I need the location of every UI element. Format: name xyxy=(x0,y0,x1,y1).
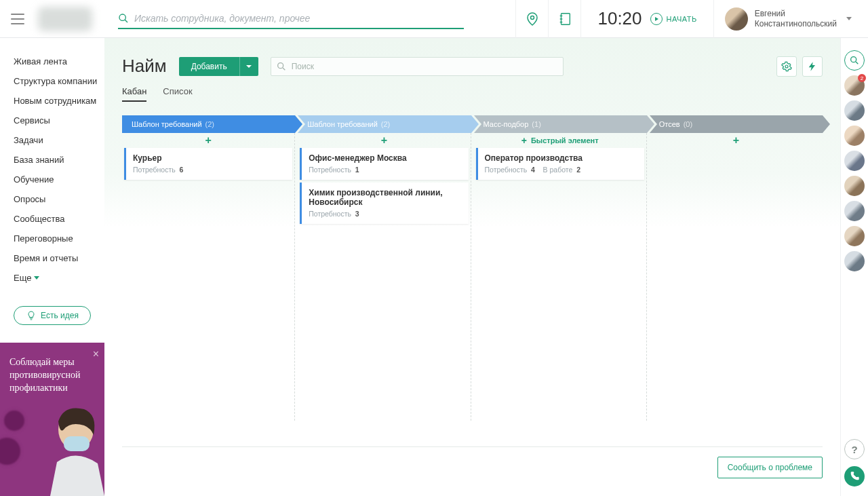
kanban-card[interactable]: Курьер Потребность 6 xyxy=(124,148,292,180)
column-header[interactable]: Отсев(0) xyxy=(650,115,823,133)
sidebar-item-surveys[interactable]: Опросы xyxy=(14,189,102,209)
kanban-card[interactable]: Офис-менеджер Москва Потребность 1 xyxy=(300,148,468,180)
automation-button[interactable] xyxy=(802,56,823,77)
promo-text: Соблюдай меры противовирусной профилакти… xyxy=(0,343,104,395)
kanban-card[interactable]: Химик производственной линии, Новосибирс… xyxy=(300,183,468,224)
sidebar-item-feed[interactable]: Живая лента xyxy=(14,52,102,71)
contact-avatar[interactable] xyxy=(844,100,865,121)
add-card-button[interactable]: + xyxy=(300,134,468,147)
contact-avatar[interactable] xyxy=(844,251,865,271)
promo-banner[interactable]: × Соблюдай меры противовирусной профилак… xyxy=(0,343,104,496)
svg-rect-3 xyxy=(561,13,570,24)
contact-avatar[interactable] xyxy=(844,126,865,146)
sidebar-item-structure[interactable]: Структура компании xyxy=(14,71,102,91)
kanban-search-input[interactable] xyxy=(271,57,564,76)
notebook-icon[interactable] xyxy=(548,0,580,38)
add-card-button[interactable]: + xyxy=(652,134,821,147)
start-label: НАЧАТЬ xyxy=(667,15,697,23)
start-timer-button[interactable]: НАЧАТЬ xyxy=(650,13,697,25)
svg-line-13 xyxy=(856,62,858,64)
sidebar-item-knowledge[interactable]: База знаний xyxy=(14,150,102,170)
search-icon xyxy=(276,61,287,74)
svg-point-11 xyxy=(785,65,788,68)
svg-point-0 xyxy=(119,14,125,20)
call-button[interactable] xyxy=(844,466,865,487)
contact-avatar[interactable] xyxy=(844,201,865,221)
add-card-button[interactable]: + xyxy=(124,134,292,147)
close-icon[interactable]: × xyxy=(93,348,99,360)
logo xyxy=(38,7,92,31)
search-icon xyxy=(118,13,129,26)
page-title: Найм xyxy=(122,56,167,77)
kanban-card[interactable]: Оператор производства Потребность 4 В ра… xyxy=(476,148,644,180)
play-icon xyxy=(650,13,663,25)
add-dropdown[interactable] xyxy=(239,57,258,76)
quick-add-button[interactable]: +Быстрый элемент xyxy=(476,134,644,147)
contact-avatar[interactable]: 2 xyxy=(844,75,865,96)
svg-point-2 xyxy=(530,16,534,19)
notification-badge: 2 xyxy=(858,74,866,82)
settings-button[interactable] xyxy=(776,56,797,77)
promo-image xyxy=(30,401,104,496)
user-menu[interactable]: Евгений Константинопольский xyxy=(713,0,857,38)
menu-toggle[interactable] xyxy=(11,14,24,24)
user-first-name: Евгений xyxy=(755,9,837,19)
avatar xyxy=(725,7,748,31)
chevron-down-icon xyxy=(34,276,39,280)
contact-avatar[interactable] xyxy=(844,226,865,246)
user-last-name: Константинопольский xyxy=(755,19,837,29)
sidebar-item-tasks[interactable]: Задачи xyxy=(14,130,102,150)
column-header[interactable]: Масс-подбор(1) xyxy=(474,115,647,133)
sidebar-item-services[interactable]: Сервисы xyxy=(14,111,102,130)
svg-point-12 xyxy=(851,57,856,62)
sidebar-item-communities[interactable]: Сообщества xyxy=(14,209,102,229)
sidebar-item-rooms[interactable]: Переговорные xyxy=(14,229,102,248)
svg-line-10 xyxy=(283,68,285,70)
chevron-down-icon xyxy=(846,17,852,20)
divider xyxy=(122,446,823,447)
report-problem-button[interactable]: Сообщить о проблеме xyxy=(717,457,823,478)
column-header[interactable]: Шаблон требований(2) xyxy=(298,115,471,133)
kanban-board: Шаблон требований(2) + Курьер Потребност… xyxy=(122,115,823,421)
sidebar-item-more[interactable]: Еще xyxy=(14,268,102,288)
contact-avatar[interactable] xyxy=(844,151,865,171)
tab-list[interactable]: Список xyxy=(163,86,192,102)
help-button[interactable]: ? xyxy=(844,439,865,459)
add-button[interactable]: Добавить xyxy=(179,57,239,76)
clock-time: 10:20 xyxy=(597,8,642,29)
sidebar-item-time[interactable]: Время и отчеты xyxy=(14,248,102,268)
location-icon[interactable] xyxy=(515,0,548,38)
svg-rect-8 xyxy=(64,436,90,451)
global-search-input[interactable] xyxy=(118,9,464,29)
contact-avatar[interactable] xyxy=(844,176,865,196)
idea-button[interactable]: Есть идея xyxy=(14,306,91,325)
svg-point-9 xyxy=(277,62,283,68)
svg-line-1 xyxy=(125,20,127,22)
sidebar-item-onboarding[interactable]: Новым сотрудникам xyxy=(14,91,102,111)
rail-search-button[interactable] xyxy=(844,50,865,71)
sidebar-item-learning[interactable]: Обучение xyxy=(14,170,102,189)
tab-kanban[interactable]: Кабан xyxy=(122,86,146,102)
column-header[interactable]: Шаблон требований(2) xyxy=(122,115,295,133)
idea-label: Есть идея xyxy=(41,311,79,320)
